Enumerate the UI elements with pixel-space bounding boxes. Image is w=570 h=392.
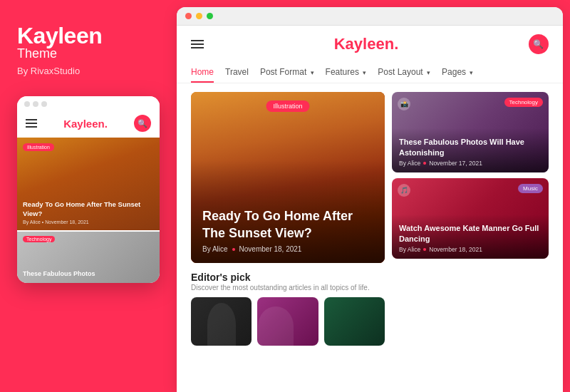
- site-search-button[interactable]: 🔍: [529, 34, 549, 54]
- side-card-2-content: Watch Awesome Kate Manner Go Full Dancin…: [399, 223, 542, 253]
- hero-article[interactable]: Illustration Ready To Go Home After The …: [191, 92, 385, 263]
- side-card-2-meta: By Alice November 18, 2021: [399, 246, 542, 253]
- side-card-2-meta-dot: [423, 248, 426, 251]
- mock-hero-badge: Illustration: [23, 143, 54, 151]
- editor-card-3[interactable]: [324, 297, 385, 346]
- mock-hero-meta: By Alice • November 18, 2021: [23, 220, 154, 225]
- editors-grid: [191, 297, 385, 346]
- side-card-1-meta-dot: [423, 162, 426, 165]
- content-grid: Illustration Ready To Go Home After The …: [191, 92, 549, 392]
- browser-dot-close[interactable]: [185, 13, 192, 19]
- mock-brand-logo: Kayleen.: [63, 118, 108, 130]
- main-left-column: Illustration Ready To Go Home After The …: [191, 92, 385, 392]
- editors-pick-subtitle: Discover the most outstanding articles i…: [191, 284, 385, 292]
- site-header-top: Kayleen. 🔍: [191, 26, 549, 63]
- mock-card2: Technology These Fabulous Photos: [17, 232, 160, 283]
- side-card-1-content: These Fabulous Photos Will Have Astonish…: [399, 137, 542, 167]
- editor-card-2-bg: [257, 297, 318, 346]
- editor-card-1[interactable]: [191, 297, 252, 346]
- brand-theme: Theme: [17, 46, 57, 61]
- brand-name: Kayleen: [17, 23, 102, 49]
- side-card-2-title: Watch Awesome Kate Manner Go Full Dancin…: [399, 223, 542, 244]
- hero-badge: Illustration: [266, 100, 309, 112]
- brand-by: By RivaxStudio: [17, 66, 80, 76]
- mock-search-button[interactable]: 🔍: [134, 115, 151, 132]
- nav-item-post-layout[interactable]: Post Layout ▾: [378, 63, 430, 83]
- nav-item-travel[interactable]: Travel: [225, 63, 249, 83]
- side-card-1-badge: Technology: [504, 98, 543, 107]
- left-panel: Kayleen Theme By RivaxStudio Kayleen. 🔍 …: [0, 0, 177, 392]
- side-card-1-meta: By Alice November 17, 2021: [399, 160, 542, 167]
- hero-meta: By Alice November 18, 2021: [202, 245, 373, 253]
- site-content: Kayleen. 🔍 Home Travel Post Format ▾ Fea…: [177, 26, 563, 392]
- side-card-2-music-icon: 🎵: [398, 184, 410, 197]
- site-main: Illustration Ready To Go Home After The …: [177, 83, 563, 392]
- mock-hero-title: Ready To Go Home After The Sunset View?: [23, 200, 154, 218]
- mock-hamburger-icon[interactable]: [26, 119, 37, 128]
- editors-section: Editor's pick Discover the most outstand…: [191, 272, 385, 351]
- hero-content: Ready To Go Home After The Sunset View? …: [202, 208, 373, 253]
- site-nav: Home Travel Post Format ▾ Features ▾ Pos…: [191, 63, 549, 83]
- mock-dot-3: [41, 101, 47, 107]
- nav-item-features[interactable]: Features ▾: [326, 63, 367, 83]
- editor-card-1-bg: [191, 297, 252, 346]
- mock-dot-2: [33, 101, 38, 107]
- mobile-mockup: Kayleen. 🔍 Illustration Ready To Go Home…: [17, 96, 160, 283]
- right-column: 📸 Technology These Fabulous Photos Will …: [392, 92, 549, 392]
- editors-pick-title: Editor's pick: [191, 272, 385, 283]
- editor-card-3-bg: [324, 297, 385, 346]
- mock-dot-1: [24, 101, 30, 107]
- mock-card2-badge: Technology: [23, 236, 55, 242]
- browser-panel: Kayleen. 🔍 Home Travel Post Format ▾ Fea…: [177, 7, 563, 392]
- browser-dot-maximize[interactable]: [207, 13, 213, 19]
- mock-hero-text: Ready To Go Home After The Sunset View? …: [23, 200, 154, 225]
- hero-title: Ready To Go Home After The Sunset View?: [202, 208, 373, 242]
- site-header: Kayleen. 🔍 Home Travel Post Format ▾ Fea…: [177, 26, 563, 83]
- browser-dot-minimize[interactable]: [196, 13, 202, 19]
- side-card-1[interactable]: 📸 Technology These Fabulous Photos Will …: [392, 92, 549, 172]
- side-card-2[interactable]: 🎵 Music Watch Awesome Kate Manner Go Ful…: [392, 178, 549, 259]
- mock-card2-title: These Fabulous Photos: [23, 270, 154, 277]
- nav-item-post-format[interactable]: Post Format ▾: [260, 63, 314, 83]
- editor-card-2[interactable]: [257, 297, 318, 346]
- mock-header: Kayleen. 🔍: [17, 112, 160, 138]
- nav-item-pages[interactable]: Pages ▾: [442, 63, 473, 83]
- side-card-1-gallery-icon: 📸: [398, 98, 410, 110]
- site-hamburger-icon[interactable]: [191, 40, 204, 48]
- site-logo: Kayleen.: [334, 35, 399, 53]
- meta-dot: [232, 248, 235, 251]
- side-card-2-badge: Music: [518, 184, 543, 193]
- browser-toolbar: [177, 7, 563, 26]
- nav-item-home[interactable]: Home: [191, 63, 214, 83]
- mock-hero-image: Illustration Ready To Go Home After The …: [17, 138, 160, 230]
- side-card-1-title: These Fabulous Photos Will Have Astonish…: [399, 137, 542, 158]
- mock-window-dots: [17, 96, 160, 112]
